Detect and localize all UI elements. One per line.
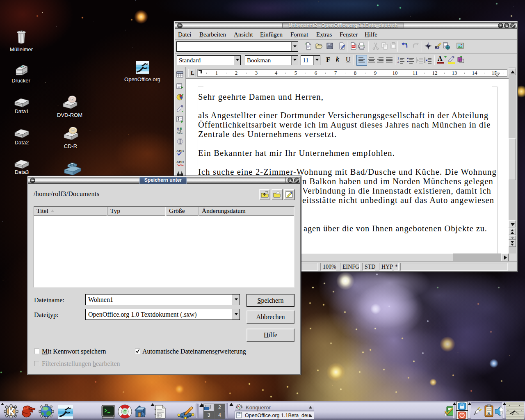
svg-text:2: 2 (397, 60, 399, 64)
svg-text:K: K (487, 411, 491, 415)
svg-text:A: A (177, 127, 179, 130)
svg-text:ABC: ABC (176, 149, 184, 153)
svg-text:ABC: ABC (177, 131, 183, 134)
svg-text:ABC: ABC (176, 160, 184, 164)
